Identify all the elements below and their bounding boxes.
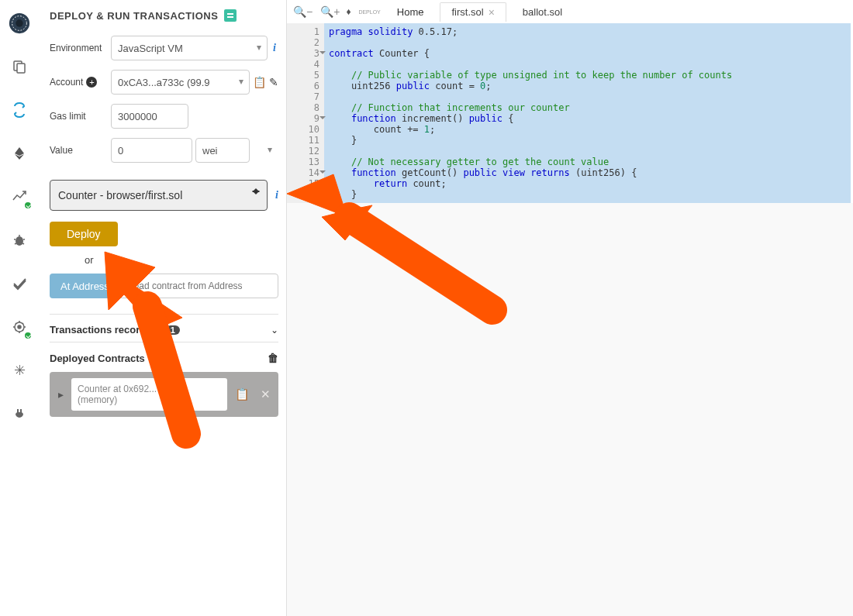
copy-account-icon[interactable]: 📋 bbox=[253, 76, 266, 88]
zoom-in-icon[interactable]: 🔍+ bbox=[319, 5, 341, 18]
gas-limit-label: Gas limit bbox=[50, 111, 108, 122]
svg-line-10 bbox=[22, 243, 24, 244]
svg-point-5 bbox=[16, 236, 23, 246]
environment-label: Environment bbox=[50, 43, 108, 53]
svg-point-2 bbox=[16, 19, 22, 26]
svg-point-12 bbox=[18, 325, 21, 329]
bug-icon[interactable]: ✳ bbox=[8, 359, 31, 382]
contract-info-icon[interactable]: i bbox=[275, 189, 278, 201]
deploy-button[interactable]: Deploy bbox=[50, 222, 118, 246]
transactions-recorded-count: 1 bbox=[166, 325, 180, 335]
value-amount-input[interactable] bbox=[111, 138, 192, 163]
code-content[interactable]: pragma solidity 0.5.17; contract Counter… bbox=[324, 23, 851, 203]
svg-line-9 bbox=[15, 243, 16, 244]
status-ok-dot bbox=[23, 201, 33, 210]
deployed-contract-row: ▸ Counter at 0x692...77b3A (memory) 📋 ✕ bbox=[50, 372, 278, 417]
at-address-input[interactable] bbox=[120, 274, 278, 298]
status-ok-dot bbox=[23, 331, 33, 340]
svg-rect-4 bbox=[17, 64, 25, 73]
deployed-expand-icon[interactable]: ▸ bbox=[54, 388, 67, 401]
zoom-out-icon[interactable]: 🔍− bbox=[292, 5, 314, 18]
deploy-run-panel: DEPLOY & RUN TRANSACTIONS Environment Ja… bbox=[39, 0, 287, 616]
at-address-button[interactable]: At Address bbox=[50, 274, 120, 298]
transactions-recorded-label: Transactions recorded: bbox=[50, 324, 161, 336]
value-unit-select[interactable]: wei bbox=[195, 138, 250, 163]
value-label: Value bbox=[50, 145, 108, 156]
editor-area: 🔍− 🔍+ ♦ DEPLOY Home first.sol × ballot.s… bbox=[287, 0, 853, 616]
plugin-manager-icon[interactable] bbox=[8, 315, 31, 339]
environment-info-icon[interactable]: i bbox=[271, 42, 278, 54]
file-explorer-icon[interactable] bbox=[8, 55, 31, 78]
panel-title-text: DEPLOY & RUN TRANSACTIONS bbox=[50, 10, 218, 22]
account-select[interactable]: 0xCA3...a733c (99.9 bbox=[111, 70, 250, 95]
code-editor[interactable]: 12345678910111213141516 pragma solidity … bbox=[287, 23, 851, 203]
tab-first-sol[interactable]: first.sol × bbox=[440, 2, 506, 22]
close-tab-icon[interactable]: × bbox=[489, 6, 495, 19]
panel-title: DEPLOY & RUN TRANSACTIONS bbox=[50, 9, 278, 22]
debugger-icon[interactable] bbox=[8, 229, 31, 252]
transactions-toggle-icon[interactable]: ⌄ bbox=[271, 325, 278, 336]
contract-select[interactable]: Counter - browser/first.sol bbox=[50, 180, 268, 211]
deploy-run-icon[interactable] bbox=[8, 142, 31, 165]
account-add-icon[interactable]: + bbox=[86, 77, 97, 88]
gas-limit-input[interactable] bbox=[111, 104, 188, 129]
remove-deployed-icon[interactable]: ✕ bbox=[257, 387, 274, 401]
copy-deployed-icon[interactable]: 📋 bbox=[232, 387, 253, 401]
or-text: or bbox=[85, 254, 278, 266]
settings-plug-icon[interactable] bbox=[8, 402, 31, 425]
account-label: Account + bbox=[50, 77, 108, 88]
remix-logo-icon[interactable] bbox=[8, 12, 31, 35]
edit-account-icon[interactable]: ✎ bbox=[269, 76, 278, 88]
deployed-contracts-header: Deployed Contracts bbox=[50, 353, 145, 364]
editor-topbar: 🔍− 🔍+ ♦ DEPLOY Home first.sol × ballot.s… bbox=[287, 0, 853, 23]
unit-test-icon[interactable] bbox=[8, 272, 31, 295]
eth-mini-icon: ♦ bbox=[346, 6, 354, 17]
tab-home[interactable]: Home bbox=[385, 2, 436, 21]
panel-title-badge-icon bbox=[224, 9, 237, 22]
clear-deployed-icon[interactable]: 🗑 bbox=[268, 352, 278, 364]
deployed-contract-name: Counter at 0x692...77b3A (memory) bbox=[71, 378, 227, 411]
tab-ballot-sol[interactable]: ballot.sol bbox=[511, 2, 574, 21]
compiler-icon[interactable] bbox=[8, 98, 31, 122]
icon-rail: ✳ bbox=[0, 0, 39, 616]
analysis-icon[interactable] bbox=[8, 185, 31, 208]
line-gutter: 12345678910111213141516 bbox=[287, 23, 324, 203]
environment-select[interactable]: JavaScript VM bbox=[111, 36, 268, 60]
